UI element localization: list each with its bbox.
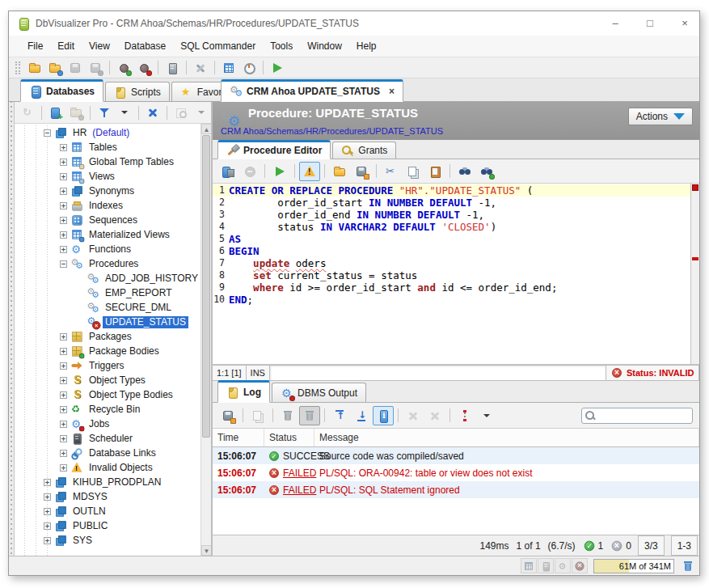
scroll-to-top-button[interactable] [329, 406, 350, 425]
tab-scripts[interactable]: Scripts [105, 82, 170, 101]
code-line-5[interactable]: 5AS [213, 233, 699, 245]
cut-button[interactable] [381, 162, 402, 181]
tree-item-scheduler[interactable]: +Scheduler [15, 431, 200, 446]
garbage-collect-icon[interactable] [682, 560, 694, 573]
menu-tools[interactable]: Tools [263, 36, 300, 57]
tree-item-outln[interactable]: +OUTLN [15, 504, 200, 518]
column-header-message[interactable]: Message [314, 429, 699, 446]
tree-item-package-bodies[interactable]: +Package Bodies [15, 344, 200, 358]
menu-file[interactable]: File [20, 36, 50, 57]
tab-log[interactable]: Log [217, 380, 270, 403]
find-replace-button[interactable] [476, 162, 497, 181]
expand-expander-icon[interactable]: + [44, 508, 51, 515]
expand-expander-icon[interactable]: + [44, 493, 51, 501]
expand-expander-icon[interactable]: + [60, 450, 67, 457]
connect-button[interactable] [114, 59, 133, 77]
expand-expander-icon[interactable]: + [60, 464, 67, 472]
memory-indicator[interactable]: 61M of 341M [593, 559, 674, 573]
expand-expander-icon[interactable]: + [60, 188, 67, 195]
actions-button[interactable]: Actions [628, 108, 693, 125]
show-log-details-button[interactable] [373, 406, 394, 425]
tree-item-recycle-bin[interactable]: +Recycle Bin [15, 402, 200, 417]
panel-collapse-strip[interactable] [9, 102, 15, 556]
code-line-9[interactable]: 9 where id >= order_id_start and id <= o… [213, 281, 699, 294]
tab-crm-ahoa-update-status[interactable]: CRM Ahoa UPDATE_STATUS × [221, 79, 403, 102]
scroll-up-arrow[interactable]: ▲ [201, 124, 211, 134]
save-to-file-button[interactable] [351, 162, 372, 181]
open-bookmark-button[interactable] [45, 59, 65, 77]
expand-expander-icon[interactable]: + [60, 406, 67, 413]
create-database-connection-button[interactable] [46, 104, 65, 121]
expand-expander-icon[interactable]: + [60, 421, 67, 428]
log-row[interactable]: 15:06:07FAILEDPL/SQL: SQL Statement igno… [213, 481, 699, 498]
tab-grants[interactable]: Grants [332, 142, 396, 159]
expand-expander-icon[interactable]: + [60, 173, 67, 180]
expand-expander-icon[interactable]: + [60, 246, 67, 253]
code-line-7[interactable]: 7 update oders [213, 257, 699, 269]
log-search-box[interactable] [581, 408, 693, 424]
clear-log-button[interactable] [277, 406, 298, 425]
tree-item-jobs[interactable]: +Jobs [15, 417, 200, 431]
expand-expander-icon[interactable]: + [44, 522, 51, 530]
log-row[interactable]: 15:06:07FAILEDPL/SQL: ORA-00942: table o… [213, 464, 699, 481]
menu-view[interactable]: View [82, 36, 117, 57]
expand-expander-icon[interactable]: + [60, 144, 67, 151]
expand-expander-icon[interactable]: + [60, 159, 67, 166]
tree-item-materialized-views[interactable]: +Materialized Views [15, 227, 200, 242]
tree-item-secure-dml[interactable]: SECURE_DML [15, 300, 200, 315]
code-line-6[interactable]: 6BEGIN [213, 245, 699, 257]
code-line-10[interactable]: 10END; [213, 294, 699, 306]
tree-item-tables[interactable]: +Tables [15, 140, 200, 154]
tree-item-sys[interactable]: +SYS [15, 533, 200, 548]
menu-database[interactable]: Database [117, 36, 173, 57]
menu-help[interactable]: Help [349, 36, 384, 57]
sql-code-editor[interactable]: 1CREATE OR REPLACE PROCEDURE "HR"."UPDAT… [213, 184, 699, 365]
toolbar-drag-handle[interactable] [15, 61, 20, 74]
close-button[interactable]: × [670, 11, 699, 36]
tree-item-views[interactable]: +Views [15, 169, 200, 184]
data-monitor-button[interactable] [219, 59, 238, 77]
error-marker-line7[interactable] [692, 257, 698, 260]
minimize-button[interactable]: – [601, 11, 630, 36]
tree-item-procedures[interactable]: −Procedures [15, 256, 200, 271]
split-view-button[interactable] [454, 406, 475, 425]
export-log-button[interactable] [217, 406, 238, 425]
column-header-status[interactable]: Status [264, 429, 314, 446]
scroll-down-arrow[interactable]: ▼ [201, 545, 211, 556]
filter-objects-button[interactable] [95, 104, 114, 121]
tree-item-synonyms[interactable]: +Synonyms [15, 184, 200, 198]
tree-item-update-status[interactable]: UPDATE_STATUS [15, 315, 200, 329]
tree-item-kihub-prodplan[interactable]: +KIHUB_PRODPLAN [15, 475, 200, 489]
tree-item-invalid-objects[interactable]: +Invalid Objects [15, 460, 200, 475]
auto-clear-log-button[interactable] [299, 406, 320, 425]
tree-item-functions[interactable]: +Functions [15, 242, 200, 256]
sql-commander-button[interactable] [268, 59, 287, 77]
find-button[interactable] [454, 162, 475, 181]
code-line-1[interactable]: 1CREATE OR REPLACE PROCEDURE "HR"."UPDAT… [213, 184, 699, 197]
column-header-time[interactable]: Time [213, 429, 264, 446]
expand-expander-icon[interactable]: + [60, 391, 67, 399]
tool-properties-button[interactable] [191, 59, 210, 77]
disconnect-button[interactable] [134, 59, 154, 77]
load-from-file-button[interactable] [329, 162, 350, 181]
menu-sql-commander[interactable]: SQL Commander [173, 36, 263, 57]
expand-expander-icon[interactable]: + [60, 217, 67, 224]
expand-expander-icon[interactable]: + [44, 479, 51, 486]
log-row[interactable]: 15:06:07SUCCESSSource code was compiled/… [213, 447, 699, 464]
copy-button[interactable] [403, 162, 424, 181]
tree-item-packages[interactable]: +Packages [15, 329, 200, 344]
tree-item-add-job-history[interactable]: ADD_JOB_HISTORY [15, 271, 200, 286]
error-marker-top[interactable] [692, 184, 698, 191]
expand-expander-icon[interactable]: + [60, 333, 67, 341]
expand-expander-icon[interactable]: + [60, 202, 67, 209]
menu-window[interactable]: Window [300, 36, 349, 57]
tree-item-mdsys[interactable]: +MDSYS [15, 489, 200, 504]
tree-item-sequences[interactable]: +Sequences [15, 213, 200, 227]
tree-item-database-links[interactable]: +Database Links [15, 446, 200, 460]
tree-item-indexes[interactable]: +Indexes [15, 198, 200, 213]
tree-item-emp-report[interactable]: EMP_REPORT [15, 286, 200, 300]
code-line-2[interactable]: 2 order_id_start IN NUMBER DEFAULT -1, [213, 197, 699, 209]
expand-expander-icon[interactable]: + [60, 435, 67, 442]
collapse-expander-icon[interactable]: − [60, 260, 67, 268]
error-stripe[interactable] [690, 184, 699, 364]
